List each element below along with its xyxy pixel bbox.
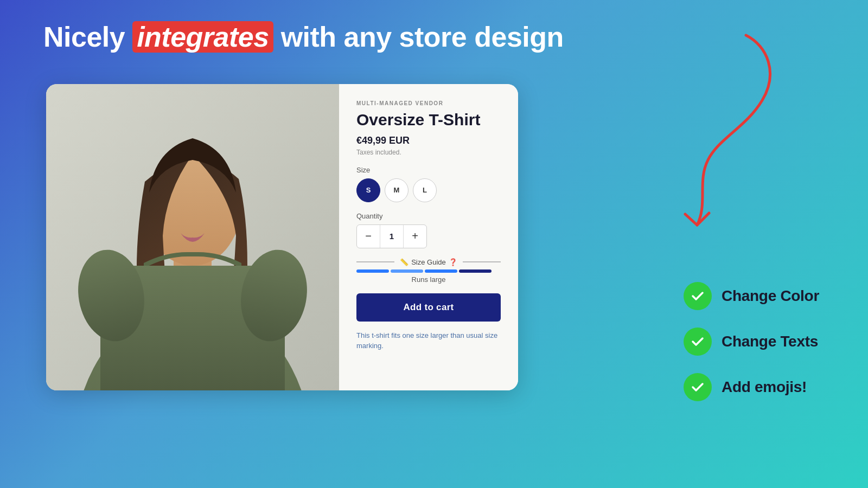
info-icon: ❓ [449,258,457,266]
headline-suffix: with any store design [273,21,564,53]
quantity-increase-button[interactable]: + [404,225,426,248]
vendor-label: MULTI-MANAGED VENDOR [356,100,501,106]
ruler-icon: 📏 [400,258,409,266]
runs-large-text: Runs large [356,275,501,284]
product-card: MULTI-MANAGED VENDOR Oversize T-Shirt €4… [46,84,518,390]
checkmark-icon-emojis [690,380,705,395]
add-to-cart-button[interactable]: Add to cart [356,293,501,322]
check-circle-emojis [684,373,712,401]
quantity-control: − 1 + [356,224,427,248]
size-bar-container [356,269,501,273]
feature-item-color: Change Color [684,282,819,310]
check-circle-texts [684,328,712,356]
feature-item-emojis: Add emojis! [684,373,819,401]
product-image [46,84,339,390]
quantity-label: Quantity [356,212,501,220]
quantity-value: 1 [380,225,404,248]
size-bar-2 [391,269,423,273]
size-section-label: Size [356,166,501,174]
checkmark-icon-texts [690,334,705,349]
size-bar-4 [459,269,492,273]
headline: Nicely integrates with any store design [43,21,564,53]
size-guide-row: 📏 Size Guide ❓ [356,258,501,266]
features-list: Change Color Change Texts Add emojis! [684,282,819,401]
size-button-s[interactable]: S [356,178,380,202]
arrow-annotation [621,30,784,236]
quantity-decrease-button[interactable]: − [357,225,380,248]
headline-highlight: integrates [132,21,273,53]
size-button-m[interactable]: M [385,178,409,202]
size-guide-label: 📏 Size Guide ❓ [400,258,457,266]
size-button-l[interactable]: L [413,178,437,202]
size-guide-text: Size Guide [411,258,446,266]
product-details: MULTI-MANAGED VENDOR Oversize T-Shirt €4… [339,84,518,390]
feature-label-emojis: Add emojis! [722,378,807,396]
headline-prefix: Nicely [43,21,132,53]
feature-item-texts: Change Texts [684,328,819,356]
size-guide-line-left [356,261,394,262]
product-title: Oversize T-Shirt [356,111,501,130]
taxes-note: Taxes included. [356,149,501,156]
checkmark-icon-color [690,288,705,304]
size-bar-1 [356,269,389,273]
size-options: S M L [356,178,501,202]
feature-label-color: Change Color [722,287,819,305]
size-guide-line-right [463,261,501,262]
size-bar-3 [425,269,457,273]
check-circle-color [684,282,712,310]
product-description: This t-shirt fits one size larger than u… [356,330,501,351]
feature-label-texts: Change Texts [722,333,818,350]
product-price: €49,99 EUR [356,135,501,146]
